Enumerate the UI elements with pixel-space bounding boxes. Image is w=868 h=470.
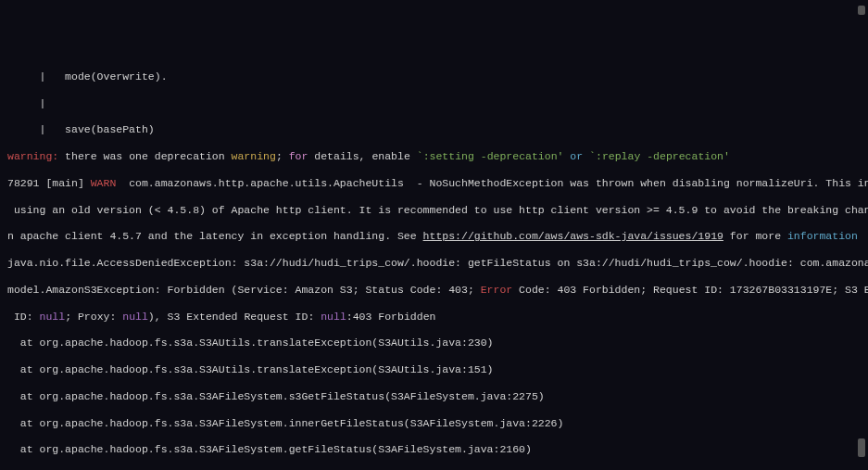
stacktrace-line: at org.apache.hadoop.fs.s3a.S3AFileSyste… (7, 443, 861, 456)
exception-line: java.nio.file.AccessDeniedException: s3a… (7, 257, 861, 270)
scrollbar-thumb[interactable] (858, 6, 865, 15)
stacktrace-line: at org.apache.hadoop.fs.s3a.S3AUtils.tra… (7, 363, 861, 376)
stacktrace-line: at org.apache.hadoop.fs.s3a.S3AUtils.tra… (7, 337, 861, 349)
null-keyword: null (321, 311, 346, 323)
scrollbar-thumb[interactable] (858, 438, 865, 457)
stacktrace-line: at org.apache.hadoop.fs.s3a.S3AFileSyste… (7, 417, 861, 430)
warning-keyword: warning (232, 150, 276, 162)
info-keyword: information (787, 230, 858, 242)
warn-level: WARN (91, 177, 117, 189)
warning-keyword: warning: (7, 150, 58, 162)
stacktrace-line: at org.apache.hadoop.fs.s3a.S3AFileSyste… (7, 390, 861, 403)
option-string: `:setting -deprecation' (417, 150, 564, 162)
code-line: | mode(Overwrite). (7, 70, 861, 83)
option-string: `:replay -deprecation' (589, 150, 730, 162)
warning-line: warning: there was one deprecation warni… (7, 150, 861, 163)
null-keyword: null (40, 311, 66, 323)
error-keyword: Error (481, 284, 513, 296)
null-keyword: null (122, 311, 148, 323)
terminal-output: | mode(Overwrite). | | save(basePath) wa… (7, 57, 861, 471)
log-line: 78291 [main] WARN com.amazonaws.http.apa… (7, 177, 861, 190)
url-link[interactable]: https://github.com/aws/aws-sdk-java/issu… (423, 230, 723, 242)
code-line: | save(basePath) (7, 123, 861, 136)
or-keyword: or (563, 150, 589, 162)
log-line: n apache client 4.5.7 and the latency in… (7, 230, 861, 243)
exception-line: model.AmazonS3Exception: Forbidden (Serv… (7, 284, 861, 297)
log-line: using an old version (< 4.5.8) of Apache… (7, 204, 861, 217)
for-keyword: for (289, 150, 308, 162)
exception-line: ID: null; Proxy: null), S3 Extended Requ… (7, 311, 861, 324)
code-line: | (7, 97, 861, 110)
